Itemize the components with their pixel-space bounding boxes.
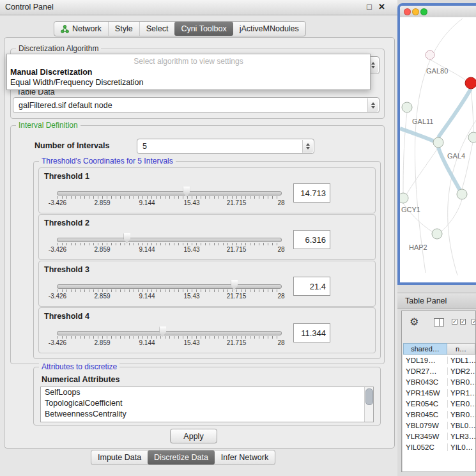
- column-header-shared-name[interactable]: shared…: [403, 343, 447, 355]
- attributes-group: Attributes to discretize Numerical Attri…: [33, 367, 381, 426]
- network-node[interactable]: [402, 102, 412, 112]
- table-cell[interactable]: YBR0…: [447, 378, 475, 386]
- table-cell[interactable]: YIL052C: [403, 443, 447, 451]
- network-canvas[interactable]: GAL80 GAL11 GAL4 GCY1 HAP2: [400, 17, 476, 285]
- tab-style[interactable]: Style: [108, 22, 139, 36]
- threshold-3-value-field[interactable]: 21.4: [293, 277, 330, 296]
- zoom-traffic-light[interactable]: [420, 8, 427, 15]
- threshold-2-value-field[interactable]: 6.316: [293, 230, 330, 249]
- network-window: GAL80 GAL11 GAL4 GCY1 HAP2: [397, 3, 476, 285]
- network-node[interactable]: [432, 229, 442, 239]
- threshold-4-slider[interactable]: -3.426 2.859 9.144 15.43 21.715 28: [57, 331, 282, 335]
- table-row[interactable]: YBR045C YBR0…: [403, 409, 475, 420]
- tab-impute-data[interactable]: Impute Data: [91, 450, 148, 464]
- list-item[interactable]: BetweennessCentrality: [41, 409, 373, 420]
- panel-title: Control Panel: [5, 3, 54, 12]
- scale-tick-label: 28: [277, 246, 284, 253]
- list-item[interactable]: TopologicalCoefficient: [41, 398, 373, 409]
- table-row[interactable]: YPR145W YPR1…: [403, 387, 475, 398]
- close-icon[interactable]: ✕: [378, 2, 385, 12]
- table-cell[interactable]: YLR3…: [447, 433, 475, 440]
- slider-scale: -3.426 2.859 9.144 15.43 21.715 28: [58, 199, 281, 207]
- threshold-2-slider[interactable]: -3.426 2.859 9.144 15.43 21.715 28: [57, 238, 282, 242]
- network-node[interactable]: [457, 189, 467, 199]
- menu-item-equal-width-frequency[interactable]: Equal Width/Frequency Discretization: [10, 78, 143, 87]
- columns-icon[interactable]: [434, 318, 444, 326]
- selected-network-node[interactable]: [465, 77, 476, 89]
- table-row[interactable]: YDR27… YDR2…: [403, 365, 475, 376]
- network-node[interactable]: [400, 193, 408, 203]
- float-window-icon[interactable]: □: [367, 2, 372, 12]
- combo-stepper-icon[interactable]: [302, 140, 313, 153]
- table-cell[interactable]: YPR1…: [447, 389, 475, 397]
- table-cell[interactable]: YDR27…: [403, 367, 447, 375]
- table-row[interactable]: YDL19… YDL1…: [403, 355, 475, 365]
- table-row[interactable]: YER054C YER0…: [403, 398, 475, 409]
- tab-network[interactable]: Network: [54, 22, 108, 36]
- algorithm-placeholder: Select algorithm to view settings: [7, 57, 370, 66]
- table-cell[interactable]: YER0…: [447, 400, 475, 408]
- table-data-combobox[interactable]: galFiltered.sif default node: [13, 97, 380, 113]
- table-cell[interactable]: YBR0…: [447, 411, 475, 418]
- scale-tick-label: 15.43: [183, 293, 199, 300]
- table-cell[interactable]: YLR345W: [403, 433, 447, 440]
- table-cell[interactable]: YPR145W: [403, 389, 447, 397]
- tab-cyni-toolbox[interactable]: Cyni Toolbox: [174, 22, 233, 36]
- scrollbar-thumb[interactable]: [365, 388, 373, 405]
- tab-jactivemnodules-label: jActiveMNodules: [240, 24, 299, 33]
- slider-thumb[interactable]: [159, 326, 166, 337]
- table-cell[interactable]: YDR2…: [447, 367, 475, 375]
- table-cell[interactable]: YDL1…: [447, 357, 475, 364]
- threshold-1-value-field[interactable]: 14.713: [293, 183, 330, 203]
- table-window: ⚙ ✓ ✓ ✓ shared… n… YDL19… YDL1… YDR27… Y…: [401, 311, 476, 472]
- list-item[interactable]: SelfLoops: [41, 387, 373, 398]
- table-cell[interactable]: YBL079W: [403, 422, 447, 429]
- numerical-attributes-list[interactable]: SelfLoops TopologicalCoefficient Between…: [40, 387, 374, 422]
- network-node[interactable]: [426, 50, 434, 59]
- table-cell[interactable]: YER054C: [403, 400, 447, 408]
- number-of-intervals-combobox[interactable]: 5: [137, 139, 314, 154]
- slider-scale: -3.426 2.859 9.144 15.43 21.715 28: [58, 293, 281, 300]
- scale-tick-label: 15.43: [183, 199, 199, 206]
- thresholds-group-title: Threshold's Coordinates for 5 Intervals: [39, 157, 176, 165]
- checkbox-icon[interactable]: ✓: [452, 319, 457, 325]
- table-cell[interactable]: YDL19…: [403, 357, 447, 364]
- close-traffic-light[interactable]: [404, 8, 411, 15]
- checkbox-icon[interactable]: ✓: [472, 319, 476, 325]
- algorithm-dropdown-popup: Select algorithm to view settings Manual…: [6, 54, 371, 90]
- threshold-3-slider[interactable]: -3.426 2.859 9.144 15.43 21.715 28: [57, 284, 282, 289]
- interval-definition-title: Interval Definition: [16, 121, 81, 130]
- column-header-name[interactable]: n…: [447, 343, 475, 355]
- tab-jactivemnodules[interactable]: jActiveMNodules: [233, 22, 305, 36]
- network-node[interactable]: [433, 137, 443, 148]
- threshold-1-slider[interactable]: -3.426 2.859 9.144 15.43 21.715 28: [57, 191, 282, 196]
- table-row[interactable]: YIL052C YIL0…: [403, 441, 475, 452]
- tab-infer-network[interactable]: Infer Network: [215, 450, 275, 464]
- table-cell[interactable]: YBR045C: [403, 411, 447, 418]
- checkbox-icon[interactable]: ✓: [460, 319, 466, 325]
- apply-button[interactable]: Apply: [170, 429, 217, 443]
- combo-stepper-icon[interactable]: [367, 98, 378, 112]
- table-cell[interactable]: YIL0…: [447, 443, 475, 451]
- slider-thumb[interactable]: [231, 280, 238, 290]
- table-row[interactable]: YBR043C YBR0…: [403, 376, 475, 387]
- threshold-1-box: Threshold 1 -3.426 2.859 9.144 15.43 21.…: [38, 167, 376, 213]
- table-cell[interactable]: YBR043C: [403, 378, 447, 386]
- scale-tick-label: 2.859: [94, 293, 110, 300]
- table-row[interactable]: YBL079W YBL0…: [403, 420, 475, 431]
- tab-select[interactable]: Select: [139, 22, 175, 36]
- minimize-traffic-light[interactable]: [412, 8, 419, 15]
- menu-item-manual-discretization[interactable]: Manual Discretization: [10, 68, 93, 77]
- bottom-tab-bar: Impute Data Discretize Data Infer Networ…: [91, 450, 275, 465]
- table-cell[interactable]: YBL0…: [447, 422, 475, 429]
- gear-icon[interactable]: ⚙: [410, 317, 418, 327]
- threshold-4-value-field[interactable]: 11.344: [293, 323, 330, 342]
- slider-thumb[interactable]: [123, 233, 130, 243]
- list-scrollbar[interactable]: [364, 387, 373, 422]
- table-row[interactable]: YLR345W YLR3…: [403, 431, 475, 441]
- slider-scale: -3.426 2.859 9.144 15.43 21.715 28: [58, 246, 281, 254]
- network-icon: [61, 25, 69, 33]
- slider-thumb[interactable]: [183, 187, 190, 197]
- tab-discretize-data[interactable]: Discretize Data: [148, 450, 215, 464]
- network-node[interactable]: [468, 132, 476, 142]
